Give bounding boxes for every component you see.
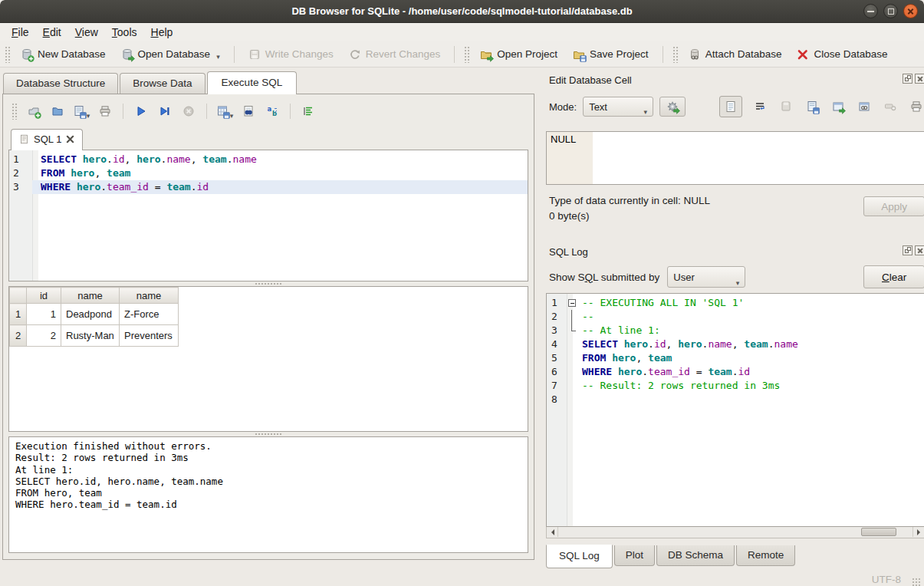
print-cell-icon[interactable] <box>908 98 924 115</box>
toolbar-drag-handle[interactable] <box>672 46 678 63</box>
scroll-right-icon[interactable] <box>912 527 924 537</box>
close-database-button[interactable]: Close Database <box>791 45 893 64</box>
cell[interactable]: Deadpond <box>61 304 120 325</box>
scroll-left-icon[interactable] <box>547 527 558 537</box>
menu-file[interactable]: File <box>5 24 36 41</box>
format-sql-icon[interactable] <box>300 103 317 120</box>
tab-browse-data[interactable]: Browse Data <box>120 73 205 94</box>
stop-icon[interactable] <box>180 103 197 120</box>
column-header[interactable]: name <box>120 288 179 304</box>
menu-view[interactable]: View <box>68 24 105 41</box>
minimize-icon[interactable] <box>863 4 878 18</box>
float-panel-icon[interactable] <box>903 245 912 255</box>
menu-edit[interactable]: Edit <box>36 24 68 41</box>
apply-button[interactable]: Apply <box>863 196 924 216</box>
cell[interactable]: Preventers <box>120 325 179 347</box>
save-results-dropdown-icon[interactable]: ▾ <box>230 112 234 120</box>
tab-execute-sql[interactable]: Execute SQL <box>207 71 298 94</box>
open-database-button[interactable]: Open Database ▾ <box>115 45 226 64</box>
column-header[interactable]: name <box>61 288 120 304</box>
attach-database-button[interactable]: Attach Database <box>682 45 788 64</box>
fold-guide <box>567 337 579 351</box>
menu-tools[interactable]: Tools <box>105 24 144 41</box>
encoding-indicator[interactable]: UTF-8 <box>872 574 901 585</box>
tab-remote[interactable]: Remote <box>736 545 795 566</box>
sql-log-view[interactable]: 1-- EXECUTING ALL IN 'SQL 1'2--3-- At li… <box>546 293 924 527</box>
copy-link-icon[interactable] <box>856 98 873 115</box>
left-pane: Database Structure Browse Data Execute S… <box>0 67 541 568</box>
tab-db-schema[interactable]: DB Schema <box>656 545 735 566</box>
sql-editor[interactable]: 1SELECT hero.id, hero.name, team.name2FR… <box>8 150 528 281</box>
open-project-button[interactable]: Open Project <box>474 45 564 64</box>
save-results-icon[interactable]: ▾ <box>216 103 233 120</box>
filter-select[interactable]: User ▾ <box>667 266 745 288</box>
tab-sql-log[interactable]: SQL Log <box>546 545 613 568</box>
close-panel-icon[interactable] <box>915 74 924 84</box>
save-project-label: Save Project <box>590 48 649 60</box>
print-sql-icon[interactable] <box>97 103 113 120</box>
fold-toggle-icon[interactable] <box>567 296 579 310</box>
tab-database-structure[interactable]: Database Structure <box>3 73 118 94</box>
code-line[interactable]: 6WHERE hero.team_id = team.id <box>547 365 924 379</box>
import-file-icon[interactable] <box>778 98 794 115</box>
cell[interactable]: Z-Force <box>120 304 179 325</box>
code-line[interactable]: 5FROM hero, team <box>547 351 924 365</box>
cell[interactable]: 2 <box>27 325 61 347</box>
code-line[interactable]: 1-- EXECUTING ALL IN 'SQL 1' <box>547 296 924 310</box>
code-line[interactable]: 1SELECT hero.id, hero.name, team.name <box>9 153 528 166</box>
import-mode-icon[interactable] <box>659 97 686 117</box>
code-line[interactable]: 4SELECT hero.id, hero.name, team.name <box>547 337 924 351</box>
save-project-button[interactable]: Save Project <box>567 45 655 64</box>
row-header[interactable]: 2 <box>10 325 27 347</box>
titlebar[interactable]: DB Browser for SQLite - /home/user/code/… <box>0 0 924 23</box>
text-document-icon[interactable] <box>719 96 742 117</box>
find-icon[interactable] <box>240 103 257 120</box>
revert-changes-button[interactable]: Revert Changes <box>343 45 447 64</box>
float-panel-icon[interactable] <box>903 74 912 84</box>
menu-help[interactable]: Help <box>144 24 180 41</box>
horizontal-scrollbar[interactable] <box>546 527 924 538</box>
close-sql-tab-icon[interactable] <box>66 135 74 143</box>
save-sql-dropdown-icon[interactable]: ▾ <box>87 112 90 120</box>
toolbar-drag-handle[interactable] <box>12 103 17 120</box>
word-wrap-icon[interactable] <box>751 98 768 115</box>
mode-select[interactable]: Text ▾ <box>583 97 653 117</box>
resize-grip-icon[interactable] <box>912 578 921 586</box>
code-text: SELECT hero.id, hero.name, team.name <box>32 153 528 166</box>
sql-1-tab[interactable]: SQL 1 <box>11 129 83 150</box>
code-line[interactable]: 8 <box>547 393 924 407</box>
code-line[interactable]: 2FROM hero, team <box>9 166 528 180</box>
row-header[interactable]: 1 <box>10 304 27 325</box>
edit-cell-header: Edit Database Cell <box>546 72 924 87</box>
tab-plot[interactable]: Plot <box>614 545 655 566</box>
cell-value: NULL <box>551 133 576 145</box>
code-line[interactable]: 3WHERE hero.team_id = team.id <box>9 180 528 194</box>
save-sql-file-icon[interactable]: ▾ <box>73 103 90 120</box>
maximize-icon[interactable] <box>883 4 898 18</box>
save-as-icon[interactable] <box>804 98 820 115</box>
close-panel-icon[interactable] <box>915 245 924 255</box>
toolbar-drag-handle[interactable] <box>464 46 469 63</box>
execute-line-icon[interactable] <box>156 103 173 120</box>
grid-corner[interactable] <box>10 288 27 304</box>
close-icon[interactable] <box>903 4 918 18</box>
execute-all-icon[interactable] <box>133 103 150 120</box>
code-line[interactable]: 3-- At line 1: <box>547 324 924 337</box>
new-database-button[interactable]: New Database <box>15 45 112 64</box>
open-database-dropdown-icon[interactable]: ▾ <box>216 53 220 61</box>
code-line[interactable]: 7-- Result: 2 rows returned in 3ms <box>547 379 924 393</box>
open-sql-file-icon[interactable] <box>49 103 66 120</box>
column-header[interactable]: id <box>27 288 61 304</box>
new-sql-tab-icon[interactable] <box>25 103 42 120</box>
scrollbar-thumb[interactable] <box>861 528 896 536</box>
set-null-icon[interactable] <box>882 98 899 115</box>
clear-button[interactable]: Clear <box>863 265 924 288</box>
replace-icon[interactable]: ab <box>264 103 281 120</box>
cell[interactable]: 1 <box>27 304 61 325</box>
code-line[interactable]: 2-- <box>547 310 924 324</box>
cell[interactable]: Rusty-Man <box>61 325 120 347</box>
cell-editor[interactable]: NULL <box>546 131 924 185</box>
write-changes-button[interactable]: Write Changes <box>242 45 340 64</box>
open-external-icon[interactable] <box>830 98 847 115</box>
toolbar-drag-handle[interactable] <box>5 46 10 63</box>
